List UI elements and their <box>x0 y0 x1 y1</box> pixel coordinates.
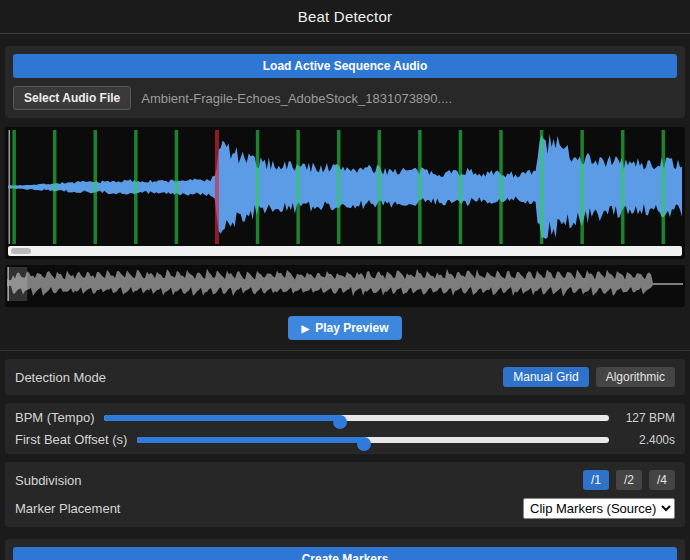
play-preview-wrap: ▶ Play Preview <box>0 316 690 340</box>
overview-playhead-line <box>8 267 9 301</box>
loaded-filename: Ambient-Fragile-Echoes_AdobeStock_183107… <box>141 91 452 106</box>
offset-slider-thumb[interactable] <box>357 437 371 451</box>
beat-marker-line <box>175 130 179 244</box>
marker-placement-select[interactable]: Clip Markers (Source) <box>523 498 675 519</box>
offset-slider-row: First Beat Offset (s) 2.400s <box>15 431 675 448</box>
beat-marker-line <box>621 130 625 244</box>
subdivision-toggle: /1 /2 /4 <box>583 470 675 490</box>
offset-slider-fill <box>137 437 363 443</box>
beat-marker-line <box>418 130 422 244</box>
bpm-slider[interactable] <box>104 411 609 425</box>
play-preview-label: Play Preview <box>315 321 388 335</box>
bpm-label: BPM (Tempo) <box>15 410 94 425</box>
create-markers-card: Create Markers <box>5 539 685 560</box>
offset-slider-track[interactable] <box>137 437 609 443</box>
main-waveform-canvas[interactable] <box>8 130 682 244</box>
subdivision-2-button[interactable]: /2 <box>616 470 642 490</box>
detection-mode-manual-grid-button[interactable]: Manual Grid <box>503 367 588 387</box>
beat-marker-line <box>378 130 382 244</box>
section-divider <box>0 350 690 351</box>
header: Beat Detector <box>0 0 690 34</box>
beat-marker-line <box>94 130 98 244</box>
offset-value: 2.400s <box>617 433 675 447</box>
offset-slider[interactable] <box>137 433 609 447</box>
page-title: Beat Detector <box>298 8 392 25</box>
overview-waveform-shape <box>7 269 683 297</box>
beat-marker-line <box>12 130 16 244</box>
bpm-slider-thumb[interactable] <box>333 415 347 429</box>
beat-marker-line <box>540 130 544 244</box>
waveform-scrollbar-track[interactable] <box>8 246 682 256</box>
play-icon: ▶ <box>301 323 309 334</box>
offset-label: First Beat Offset (s) <box>15 432 127 447</box>
grid-sliders-strip: BPM (Tempo) 127 BPM First Beat Offset (s… <box>5 403 685 454</box>
waveform-scrollbar-thumb[interactable] <box>11 248 31 254</box>
load-sequence-audio-button[interactable]: Load Active Sequence Audio <box>13 54 677 78</box>
file-row: Select Audio File Ambient-Fragile-Echoes… <box>13 86 677 110</box>
beat-marker-line <box>499 130 503 244</box>
detection-mode-label: Detection Mode <box>15 370 106 385</box>
bpm-slider-row: BPM (Tempo) 127 BPM <box>15 409 675 426</box>
beat-marker-line <box>662 130 666 244</box>
beat-marker-line <box>337 130 341 244</box>
overview-waveform-canvas[interactable] <box>7 267 683 301</box>
create-markers-button[interactable]: Create Markers <box>13 547 677 560</box>
main-waveform-box <box>5 127 685 259</box>
beat-marker-line <box>134 130 138 244</box>
file-section-card: Load Active Sequence Audio Select Audio … <box>5 46 685 118</box>
beat-marker-line <box>256 130 260 244</box>
select-audio-file-button[interactable]: Select Audio File <box>13 86 131 110</box>
overview-waveform-box <box>5 265 685 307</box>
subdivision-4-button[interactable]: /4 <box>649 470 675 490</box>
subdivision-1-button[interactable]: /1 <box>583 470 609 490</box>
beat-marker-line <box>580 130 584 244</box>
detection-mode-toggle: Manual Grid Algorithmic <box>503 367 675 387</box>
beat-marker-line <box>459 130 463 244</box>
overview-viewport-region[interactable] <box>7 267 27 301</box>
first-beat-marker-line <box>215 130 219 244</box>
bpm-slider-track[interactable] <box>104 415 609 421</box>
playhead-line <box>9 130 11 244</box>
bpm-value: 127 BPM <box>617 411 675 425</box>
detection-mode-strip: Detection Mode Manual Grid Algorithmic <box>5 359 685 395</box>
beat-marker-line <box>296 130 300 244</box>
play-preview-button[interactable]: ▶ Play Preview <box>288 316 401 340</box>
beat-marker-line <box>53 130 57 244</box>
subdivision-label: Subdivision <box>15 473 82 488</box>
detection-mode-algorithmic-button[interactable]: Algorithmic <box>596 367 675 387</box>
bpm-slider-fill <box>104 415 340 421</box>
marker-options-strip: Subdivision /1 /2 /4 Marker Placement Cl… <box>5 462 685 527</box>
marker-placement-label: Marker Placement <box>15 501 120 516</box>
